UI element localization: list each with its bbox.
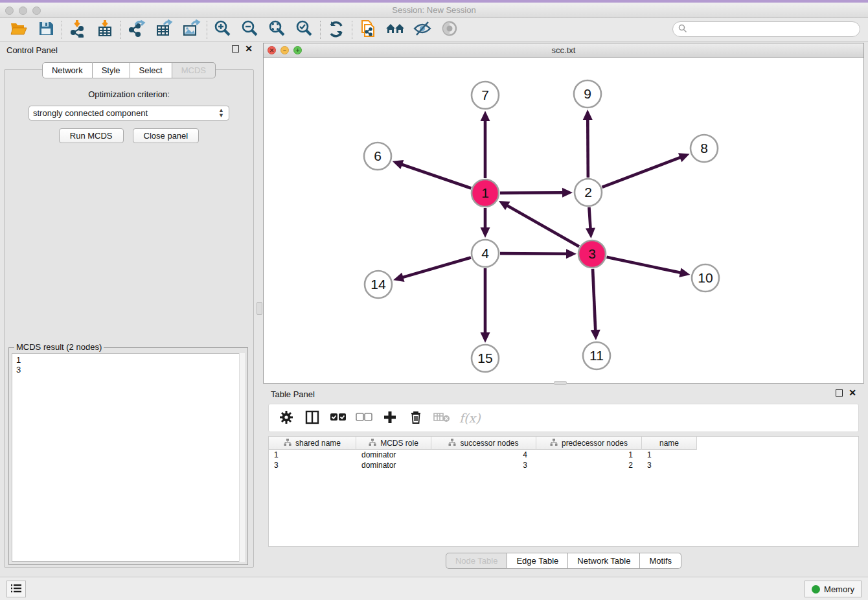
deselect-all-button[interactable] (356, 410, 372, 426)
export-image-button[interactable] (177, 19, 205, 40)
cell-predecessor-nodes[interactable]: 2 (536, 460, 642, 470)
edge-2-8[interactable] (602, 157, 682, 187)
cell-name[interactable]: 3 (642, 460, 697, 470)
tab-style[interactable]: Style (93, 62, 130, 78)
edge-4-14[interactable] (402, 257, 471, 277)
hide-selected-button[interactable] (409, 19, 436, 40)
arrowhead-1-2 (562, 188, 573, 198)
tab-select[interactable]: Select (130, 62, 172, 78)
houses-icon (385, 20, 405, 39)
cell-shared-name[interactable]: 3 (269, 460, 356, 470)
tab-network[interactable]: Network (42, 62, 93, 78)
edge-2-3[interactable] (589, 207, 590, 230)
mcds-result-box: MCDS result (2 nodes) 1 3 (8, 347, 248, 565)
memory-button[interactable]: Memory (805, 581, 862, 597)
column-header-predecessor-nodes[interactable]: predecessor nodes (536, 437, 642, 450)
column-header-label: name (659, 439, 679, 448)
edge-1-2[interactable] (500, 192, 564, 193)
network-canvas[interactable]: 7968124314101511 (264, 58, 863, 383)
export-table-button[interactable] (150, 19, 177, 40)
close-table-panel-icon[interactable]: ✕ (849, 389, 856, 397)
column-header-shared-name[interactable]: shared name (269, 437, 356, 450)
edge-4-3[interactable] (500, 253, 568, 254)
cell-successor-nodes[interactable]: 4 (431, 450, 536, 460)
node-label-7: 7 (481, 87, 489, 102)
zoom-in-button[interactable] (209, 19, 236, 40)
toolbar-separator (120, 21, 121, 39)
cell-MCDS-role[interactable]: dominator (356, 460, 431, 470)
zoom-selected-icon (295, 19, 314, 40)
column-header-name[interactable]: name (642, 437, 697, 450)
column-header-MCDS-role[interactable]: MCDS role (356, 437, 431, 450)
table-panel-header: Table Panel ✕ (263, 387, 864, 402)
network-maximize-button[interactable]: ＋ (293, 46, 302, 54)
optimization-criterion-select[interactable]: strongly connected component ▲▼ (29, 106, 229, 121)
cell-shared-name[interactable]: 1 (269, 450, 356, 460)
search-box (672, 21, 860, 37)
column-header-successor-nodes[interactable]: successor nodes (431, 437, 536, 450)
export-network-button[interactable] (123, 19, 150, 40)
table-tab-motifs[interactable]: Motifs (640, 553, 681, 569)
network-minimize-button[interactable]: − (280, 46, 289, 54)
network-view-window: ✕ − ＋ scc.txt 7968124314101511 (263, 43, 864, 384)
cell-name[interactable]: 1 (642, 450, 697, 460)
table-settings-button[interactable] (278, 410, 295, 426)
open-session-button[interactable] (5, 19, 32, 40)
zoom-selected-button[interactable] (291, 19, 318, 40)
import-table-button[interactable] (91, 19, 119, 40)
tab-mcds[interactable]: MCDS (172, 62, 216, 78)
zoom-out-icon (241, 19, 259, 40)
task-history-button[interactable] (6, 581, 26, 597)
table-header-row: shared nameMCDS rolesuccessor nodesprede… (269, 437, 858, 450)
apply-layout-button[interactable] (323, 19, 350, 40)
float-panel-icon[interactable] (232, 45, 239, 52)
node-label-14: 14 (371, 277, 386, 292)
delete-column-button[interactable] (407, 410, 424, 426)
cell-predecessor-nodes[interactable]: 1 (536, 450, 642, 460)
first-neighbors-button[interactable] (382, 19, 409, 40)
result-scrollbar[interactable] (239, 353, 245, 562)
node-label-4: 4 (481, 246, 489, 260)
chevron-up-down-icon: ▲▼ (218, 108, 224, 118)
run-mcds-button[interactable]: Run MCDS (59, 128, 124, 143)
table-row[interactable]: 1dominator411 (269, 450, 858, 460)
arrowhead-1-4 (481, 227, 490, 238)
cell-successor-nodes[interactable]: 3 (431, 460, 536, 470)
edge-3-10[interactable] (607, 257, 682, 273)
clone-network-button[interactable] (354, 19, 382, 40)
cell-MCDS-role[interactable]: dominator (356, 450, 431, 460)
edge-3-11[interactable] (593, 269, 595, 332)
column-view-button[interactable] (304, 410, 321, 426)
select-all-button[interactable] (330, 410, 347, 426)
edge-3-1[interactable] (506, 205, 579, 246)
plus-icon (383, 410, 397, 426)
open-folder-icon (10, 20, 28, 39)
node-label-9: 9 (584, 86, 591, 101)
edge-2-9[interactable] (588, 118, 588, 178)
mcds-result-text[interactable]: 1 3 (12, 353, 245, 562)
vertical-splitter-handle[interactable] (257, 302, 262, 315)
search-input[interactable] (691, 25, 854, 34)
add-column-button[interactable] (382, 410, 398, 426)
zoom-fit-button[interactable] (264, 19, 291, 40)
import-network-button[interactable] (64, 19, 91, 40)
close-panel-button[interactable]: Close panel (133, 128, 200, 143)
arrowhead-1-6 (393, 160, 404, 169)
fx-icon: f(x) (459, 411, 481, 425)
toolbar-separator (352, 21, 352, 39)
show-all-button[interactable] (436, 19, 463, 40)
table-tab-edge-table[interactable]: Edge Table (507, 553, 568, 569)
table-tab-node-table[interactable]: Node Table (446, 553, 508, 569)
edge-1-6[interactable] (400, 164, 471, 189)
float-table-panel-icon[interactable] (836, 389, 843, 397)
horizontal-splitter-handle[interactable] (554, 381, 567, 385)
zoom-out-button[interactable] (236, 19, 264, 40)
eye-slash-icon (413, 20, 432, 39)
arrowhead-2-3 (586, 228, 595, 238)
close-panel-icon[interactable]: ✕ (245, 45, 253, 52)
network-close-button[interactable]: ✕ (268, 46, 276, 54)
table-tab-network-table[interactable]: Network Table (568, 553, 640, 569)
tree-column-icon (369, 439, 376, 448)
table-row[interactable]: 3dominator323 (269, 460, 858, 470)
save-session-button[interactable] (32, 19, 60, 40)
